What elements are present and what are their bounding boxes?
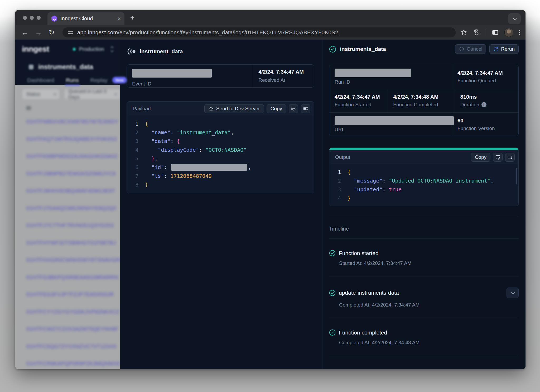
function-completed-label: Function Completed bbox=[393, 102, 455, 108]
payload-code[interactable]: 1{2 "name": "instrument_data",3 "data": … bbox=[127, 116, 314, 193]
event-id-redaction bbox=[132, 69, 212, 78]
code-token: "ts" bbox=[151, 173, 164, 179]
status-filter[interactable]: Status bbox=[22, 89, 59, 99]
timeline: Function startedStarted At: 4/2/2024, 7:… bbox=[329, 239, 519, 356]
run-id-label: Run ID bbox=[335, 79, 452, 85]
run-id-link[interactable]: 01HTFJ7DA6Q2385JWNHYE8Q2Q0 bbox=[15, 200, 120, 217]
check-circle-icon bbox=[329, 290, 336, 296]
tab-runs[interactable]: Runs bbox=[66, 77, 79, 83]
duration-label: Duration bbox=[460, 102, 479, 108]
run-id-link[interactable]: 01HTFHXGR0CWNHSWY8TSNAVGRC bbox=[15, 251, 120, 269]
code-token bbox=[145, 129, 151, 136]
scrollbar[interactable] bbox=[516, 168, 517, 184]
back-button[interactable]: ← bbox=[21, 29, 28, 36]
code-token: "OCTO:NASDAQ" bbox=[205, 147, 247, 153]
output-word-wrap-button[interactable] bbox=[493, 153, 503, 162]
output-title: Output bbox=[335, 154, 471, 160]
tab-search-button[interactable] bbox=[508, 13, 521, 24]
environment-status-dot bbox=[73, 48, 76, 51]
info-icon[interactable]: i bbox=[481, 102, 486, 107]
profile-avatar[interactable] bbox=[504, 28, 513, 37]
line-number: 8 bbox=[127, 182, 138, 188]
output-scroll-to-bottom-button[interactable] bbox=[505, 153, 515, 162]
tab-strip: Inngest Cloud × + bbox=[15, 10, 525, 25]
code-token: : bbox=[199, 147, 205, 153]
line-number: 3 bbox=[329, 187, 341, 192]
received-at-value: 4/2/24, 7:34:47 AM bbox=[258, 69, 304, 75]
run-title: instruments_data bbox=[340, 46, 386, 52]
run-id-link[interactable]: 01HTFC5QG7ZYVXNZVC7VT1Z4X6 bbox=[15, 338, 120, 355]
code-token: , bbox=[155, 155, 158, 162]
code-line: 5 }, bbox=[127, 154, 314, 163]
environment-selector[interactable]: Production bbox=[73, 46, 113, 52]
value-redaction bbox=[171, 164, 247, 171]
run-id-link[interactable]: 01HTFJ7C7THF7RVN051Q3YD253 bbox=[15, 217, 120, 234]
event-icon bbox=[127, 48, 136, 55]
browser-window: Inngest Cloud × + ← → ↻ app.inngest.com/… bbox=[15, 10, 525, 369]
event-title: instrument_data bbox=[140, 48, 183, 55]
line-number: 4 bbox=[329, 195, 341, 201]
run-id-link[interactable]: 01HTFJ3B9PB27EWGK5Z0M6JYC8 bbox=[15, 165, 120, 183]
site-info-icon[interactable] bbox=[67, 29, 74, 36]
run-id-link[interactable]: 01HTFKQT1M7RSJQABEXYF0K0S2 bbox=[15, 131, 120, 148]
run-id-link[interactable]: 01HTFCR9KAPQP0R9PZK3MQNMX8 bbox=[15, 355, 120, 369]
code-token: "updated" bbox=[354, 186, 382, 193]
run-id-list: 01HTFN86XV8CXW87857W7E3WDY01HTFKQT1M7RSJ… bbox=[15, 113, 120, 369]
code-token bbox=[145, 164, 151, 170]
function-version-label: Function Version bbox=[457, 126, 518, 131]
run-id-link[interactable]: 01HTFEG3FVJP7FZJP7EA5XN3JR bbox=[15, 286, 120, 303]
code-token bbox=[145, 173, 151, 179]
tab-close-icon[interactable]: × bbox=[117, 16, 121, 22]
run-id-link[interactable]: 01HTFCYYZGYGYGDKJVP82NKXCZ bbox=[15, 303, 120, 321]
circle-minus-icon bbox=[459, 46, 464, 52]
word-wrap-button[interactable] bbox=[289, 104, 298, 113]
scroll-bottom-icon bbox=[507, 155, 513, 160]
cancel-button[interactable]: Cancel bbox=[455, 44, 486, 54]
run-id-link[interactable]: 01HTFHYWF32TSB9HGT01F5BTBJ bbox=[15, 234, 120, 252]
run-id-link[interactable]: 01HTFG3BKPQSR9EAA9108RARRN bbox=[15, 269, 120, 286]
function-started-label: Function Started bbox=[335, 102, 388, 108]
code-line: 8} bbox=[127, 180, 314, 189]
check-circle-icon bbox=[329, 329, 336, 336]
inngest-favicon-icon bbox=[51, 16, 57, 22]
run-id-link[interactable]: 01HTFN86XV8CXW87857W7E3WDY bbox=[15, 113, 120, 131]
date-range-filter[interactable]: Queued in Last 3 Days bbox=[65, 89, 120, 99]
code-line: 1{ bbox=[127, 119, 314, 128]
address-bar[interactable]: app.inngest.com/env/production/functions… bbox=[62, 27, 456, 37]
event-details-card: Event ID 4/2/24, 7:34:47 AM Received At bbox=[127, 64, 314, 88]
code-token bbox=[348, 186, 354, 193]
code-line: 3 "updated": true bbox=[329, 185, 518, 194]
output-code[interactable]: 1{2 "message": "Updated OCTO:NASDAQ inst… bbox=[329, 164, 518, 206]
scroll-to-bottom-button[interactable] bbox=[301, 104, 310, 113]
payload-copy-button[interactable]: Copy bbox=[267, 104, 286, 113]
scroll-bottom-icon bbox=[303, 106, 308, 111]
timeline-item: update-instruments-dataCompleted At: 4/2… bbox=[329, 276, 519, 318]
window-controls[interactable] bbox=[23, 16, 41, 20]
rerun-button[interactable]: Rerun bbox=[489, 44, 519, 54]
line-number: 4 bbox=[127, 147, 138, 153]
run-id-link[interactable]: 01HTFKMBPMDDZAJ4AG04KD3A02 bbox=[15, 148, 120, 165]
line-number: 2 bbox=[329, 178, 341, 184]
bookmark-star-icon[interactable] bbox=[460, 29, 467, 36]
forward-button[interactable]: → bbox=[35, 29, 42, 36]
url-text: app.inngest.com/env/production/functions… bbox=[77, 29, 338, 36]
run-id-link[interactable]: 01HTFJ9HHVE0BQ48AF4DM13E9T bbox=[15, 182, 120, 200]
browser-toolbar: ← → ↻ app.inngest.com/env/production/fun… bbox=[15, 25, 525, 40]
code-line: 3 "data": { bbox=[127, 137, 314, 145]
code-line: 4 "displayCode": "OCTO:NASDAQ" bbox=[127, 145, 314, 154]
browser-menu-button[interactable] bbox=[519, 30, 520, 35]
browser-tab[interactable]: Inngest Cloud × bbox=[47, 12, 124, 25]
expand-step-button[interactable] bbox=[507, 288, 519, 298]
extensions-icon[interactable] bbox=[473, 29, 480, 36]
new-tab-button[interactable]: + bbox=[130, 14, 134, 21]
code-line: 2 "name": "instrument_data", bbox=[127, 128, 314, 137]
tab-replay[interactable]: Replay bbox=[90, 77, 108, 83]
side-panel-icon[interactable] bbox=[492, 29, 499, 36]
send-to-dev-server-button[interactable]: Send to Dev Server bbox=[204, 104, 264, 113]
reload-button[interactable]: ↻ bbox=[49, 29, 55, 36]
output-copy-button[interactable]: Copy bbox=[471, 153, 490, 162]
line-number: 5 bbox=[127, 156, 138, 161]
run-id-link[interactable]: 01HTFCWZ7CZ2X3AZM75QEYNH8F bbox=[15, 321, 120, 338]
tab-dashboard[interactable]: Dashboard bbox=[27, 77, 54, 83]
function-completed-value: 4/2/24, 7:34:48 AM bbox=[393, 94, 455, 100]
